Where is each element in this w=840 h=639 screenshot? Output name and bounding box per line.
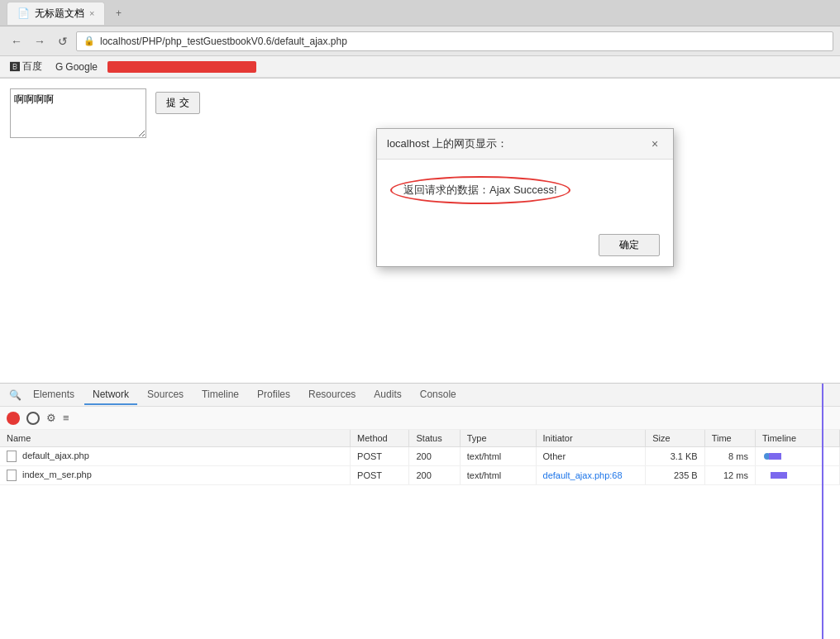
timeline-vertical-line (822, 384, 823, 639)
cell-size-1: 3.1 KB (646, 447, 704, 466)
cell-timeline-2 (755, 466, 839, 485)
table-header-row: Name Method Status Type Initiator Size T… (0, 430, 840, 447)
submit-button[interactable]: 提 交 (155, 92, 199, 114)
file-icon-2 (7, 470, 17, 481)
forward-button[interactable]: → (30, 31, 50, 51)
cell-method-2: POST (351, 466, 409, 485)
bookmark-redacted (107, 61, 256, 73)
address-bar[interactable]: 🔒 localhost/PHP/php_testGuestbookV0.6/de… (76, 31, 833, 51)
guestbook-form: 啊啊啊啊 提 交 (10, 88, 200, 141)
record-button[interactable] (7, 412, 20, 425)
timeline-bar-2 (762, 470, 812, 481)
browser-chrome: 📄 无标题文档 × + ← → ↺ 🔒 localhost/PHP/php_te… (0, 0, 840, 79)
col-header-time: Time (704, 430, 755, 447)
modal-title-bar: localhost 上的网页显示： × (377, 129, 673, 160)
cell-initiator-1: Other (536, 447, 646, 466)
tab-elements[interactable]: Elements (25, 385, 83, 405)
tab-favicon: 📄 (17, 7, 30, 19)
timeline-bar-fill-1 (769, 453, 781, 460)
guestbook-textarea[interactable]: 啊啊啊啊 (10, 88, 146, 138)
bookmarks-bar: 🅱 百度 G Google (0, 56, 840, 78)
col-header-initiator: Initiator (536, 430, 646, 447)
cell-method-1: POST (351, 447, 409, 466)
network-controls: ⚙ ≡ (0, 407, 840, 430)
tab-label: 无标题文档 (35, 7, 84, 21)
browser-tab[interactable]: 📄 无标题文档 × (7, 2, 105, 25)
main-content: 啊啊啊啊 提 交 localhost 上的网页显示： × 返回请求的数据：Aja… (0, 79, 840, 376)
tab-console[interactable]: Console (412, 385, 465, 405)
modal-dialog: localhost 上的网页显示： × 返回请求的数据：Ajax Success… (376, 128, 674, 267)
cell-type-1: text/html (460, 447, 536, 466)
stop-button[interactable] (26, 412, 40, 425)
lock-icon: 🔒 (84, 36, 95, 46)
file-icon-1 (7, 451, 17, 462)
cell-timeline-1 (755, 447, 839, 466)
baidu-icon: 🅱 (10, 61, 20, 73)
tab-bar: 📄 无标题文档 × + (0, 0, 840, 26)
list-button[interactable]: ≡ (63, 412, 69, 424)
table-row[interactable]: index_m_ser.php POST 200 text/html defau… (0, 466, 840, 485)
tab-timeline[interactable]: Timeline (193, 385, 247, 405)
cell-name-2: index_m_ser.php (0, 466, 351, 485)
tab-close-icon[interactable]: × (89, 8, 94, 18)
cell-name-1: default_ajax.php (0, 447, 351, 466)
filter-button[interactable]: ⚙ (46, 412, 56, 424)
col-header-size: Size (646, 430, 704, 447)
col-header-name: Name (0, 430, 351, 447)
baidu-label: 百度 (22, 60, 42, 74)
new-tab-button[interactable]: + (108, 3, 128, 23)
modal-body: 返回请求的数据：Ajax Success! (377, 160, 673, 227)
col-header-type: Type (460, 430, 536, 447)
cell-time-2: 12 ms (704, 466, 755, 485)
devtools-toolbar: 🔍 Elements Network Sources Timeline Prof… (0, 384, 840, 407)
col-header-method: Method (351, 430, 409, 447)
tab-network[interactable]: Network (84, 385, 137, 405)
timeline-bar-fill-2 (771, 472, 787, 479)
tab-audits[interactable]: Audits (365, 385, 409, 405)
cell-status-2: 200 (409, 466, 460, 485)
cell-size-2: 235 B (646, 466, 704, 485)
devtools-search-icon[interactable]: 🔍 (7, 387, 23, 403)
col-header-status: Status (409, 430, 460, 447)
google-label: Google (65, 61, 98, 73)
cell-time-1: 8 ms (704, 447, 755, 466)
col-header-timeline: Timeline (755, 430, 839, 447)
modal-ok-button[interactable]: 确定 (599, 234, 660, 256)
cell-status-1: 200 (409, 447, 460, 466)
back-button[interactable]: ← (7, 31, 26, 51)
address-text: localhost/PHP/php_testGuestbookV0.6/defa… (100, 36, 347, 47)
google-icon: G (55, 61, 63, 73)
modal-close-button[interactable]: × (647, 136, 663, 152)
timeline-bar-1 (762, 451, 812, 462)
cell-initiator-2: default_ajax.php:68 (536, 466, 646, 485)
cell-type-2: text/html (460, 466, 536, 485)
modal-title: localhost 上的网页显示： (387, 136, 508, 151)
bookmark-google[interactable]: G Google (52, 61, 101, 73)
reload-button[interactable]: ↺ (53, 31, 73, 51)
bookmark-baidu[interactable]: 🅱 百度 (7, 60, 45, 74)
tab-profiles[interactable]: Profiles (249, 385, 298, 405)
devtools-panel: 🔍 Elements Network Sources Timeline Prof… (0, 383, 840, 639)
network-table: Name Method Status Type Initiator Size T… (0, 430, 840, 485)
modal-message: 返回请求的数据：Ajax Success! (390, 176, 570, 204)
nav-bar: ← → ↺ 🔒 localhost/PHP/php_testGuestbookV… (0, 26, 840, 56)
tab-sources[interactable]: Sources (139, 385, 192, 405)
tab-resources[interactable]: Resources (300, 385, 364, 405)
table-row[interactable]: default_ajax.php POST 200 text/html Othe… (0, 447, 840, 466)
modal-footer: 确定 (377, 227, 673, 266)
initiator-link-2[interactable]: default_ajax.php:68 (543, 470, 623, 480)
